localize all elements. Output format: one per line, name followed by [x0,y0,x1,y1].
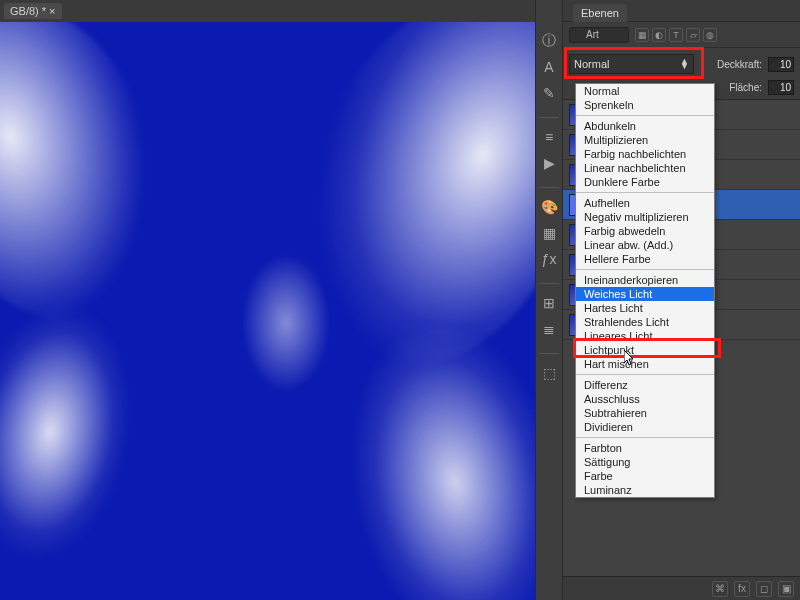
blend-mode-option[interactable]: Luminanz [576,483,714,497]
blend-mode-option[interactable]: Sprenkeln [576,98,714,112]
opacity-label: Deckkraft: [717,59,762,70]
adjust-icon[interactable]: ≡ [538,126,560,148]
canvas-image [0,22,535,600]
filter-filter-icon[interactable]: ◍ [703,28,717,42]
dropdown-separator [576,115,714,116]
cursor-icon [624,350,636,369]
blend-mode-option[interactable]: Hellere Farbe [576,252,714,266]
blend-mode-option[interactable]: Lichtpunkt [576,343,714,357]
blend-mode-option[interactable]: Subtrahieren [576,406,714,420]
layer-filter-input[interactable] [569,27,629,43]
blend-mode-option[interactable]: Aufhellen [576,196,714,210]
blend-mode-option[interactable]: Strahlendes Licht [576,315,714,329]
blend-mode-option[interactable]: Hart mischen [576,357,714,371]
filter-shape-icon[interactable]: ▱ [686,28,700,42]
blend-mode-dropdown[interactable]: NormalSprenkelnAbdunkelnMultiplizierenFa… [575,83,715,498]
palette-icon[interactable]: 🎨 [538,196,560,218]
blend-mode-option[interactable]: Linear abw. (Add.) [576,238,714,252]
blend-mode-option[interactable]: Dividieren [576,420,714,434]
align-icon[interactable]: ≣ [538,318,560,340]
fill-label: Fläche: [729,82,762,93]
blend-mode-option[interactable]: Sättigung [576,455,714,469]
link-layers-icon[interactable]: ⌘ [712,581,728,597]
layers-footer: ⌘ fx ◻ ▣ [563,576,800,600]
blend-mode-option[interactable]: Ausschluss [576,392,714,406]
layer-filter-row: ▦◐T▱◍ [563,22,800,48]
3d-icon[interactable]: ⬚ [538,362,560,384]
blend-mode-option[interactable]: Normal [576,84,714,98]
blend-mode-option[interactable]: Ineinanderkopieren [576,273,714,287]
layer-style-icon[interactable]: fx [734,581,750,597]
grid-icon[interactable]: ▦ [538,222,560,244]
brush-icon[interactable]: ✎ [538,82,560,104]
layer-filter-icons: ▦◐T▱◍ [635,28,717,42]
blend-mode-option[interactable]: Farbton [576,441,714,455]
blend-mode-option[interactable]: Weiches Licht [576,287,714,301]
blend-mode-option[interactable]: Differenz [576,378,714,392]
panel-tabs: Ebenen [563,0,800,22]
filter-adjust-icon[interactable]: ◐ [652,28,666,42]
blend-mode-option[interactable]: Farbig nachbelichten [576,147,714,161]
play-icon[interactable]: ▶ [538,152,560,174]
blend-mode-option[interactable]: Abdunkeln [576,119,714,133]
mask-icon[interactable]: ◻ [756,581,772,597]
fill-input[interactable] [768,80,794,95]
blend-mode-option[interactable]: Lineares Licht [576,329,714,343]
collapsed-panel-strip: ⓘA✎≡▶🎨▦ƒx⊞≣⬚ [535,0,563,600]
blend-mode-option[interactable]: Hartes Licht [576,301,714,315]
dropdown-separator [576,269,714,270]
blend-opacity-row: Normal ▲▼ Deckkraft: [563,48,800,80]
document-tab[interactable]: GB/8) * × [4,3,62,19]
opacity-input[interactable] [768,57,794,72]
filter-text-icon[interactable]: T [669,28,683,42]
select-arrows-icon: ▲▼ [680,59,689,69]
dropdown-separator [576,374,714,375]
blend-mode-option[interactable]: Linear nachbelichten [576,161,714,175]
blend-mode-option[interactable]: Farbig abwedeln [576,224,714,238]
blend-mode-select[interactable]: Normal ▲▼ [569,54,694,74]
blend-mode-option[interactable]: Multiplizieren [576,133,714,147]
blend-mode-option[interactable]: Negativ multiplizieren [576,210,714,224]
info-icon[interactable]: ⓘ [538,30,560,52]
blend-mode-option[interactable]: Dunklere Farbe [576,175,714,189]
new-group-icon[interactable]: ▣ [778,581,794,597]
ruler-icon[interactable]: ⊞ [538,292,560,314]
canvas[interactable] [0,22,535,600]
blend-mode-current: Normal [574,58,609,70]
dropdown-separator [576,192,714,193]
dropdown-separator [576,437,714,438]
filter-image-icon[interactable]: ▦ [635,28,649,42]
text-icon[interactable]: A [538,56,560,78]
blend-mode-option[interactable]: Farbe [576,469,714,483]
tab-layers[interactable]: Ebenen [573,4,627,21]
fx-icon[interactable]: ƒx [538,248,560,270]
